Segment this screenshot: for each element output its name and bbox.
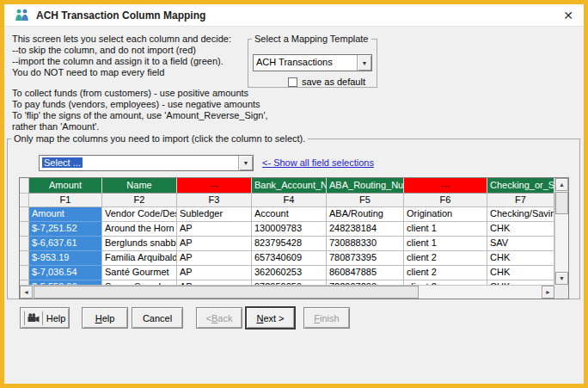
grid-cell[interactable]: Checking/Savings — [487, 207, 554, 222]
grid-cell[interactable]: $-6,637.61 — [29, 237, 102, 251]
column-grid: Amount Name --- Bank_Account_N ABA_Routi… — [19, 177, 569, 299]
column-header-f7[interactable]: Checking_or_Savi — [487, 178, 554, 194]
field-number[interactable]: F2 — [102, 194, 177, 207]
help-button[interactable]: Help — [82, 307, 128, 329]
next-button[interactable]: Next > — [246, 307, 295, 329]
row-header[interactable] — [20, 222, 29, 237]
table-row: $-7,251.52 Around the Horn AP 130009783 … — [20, 222, 554, 237]
camcorder-icon — [24, 311, 43, 325]
grid-cell[interactable]: CHK — [487, 222, 554, 237]
column-header-f6[interactable]: --- — [404, 178, 487, 194]
row-header[interactable] — [20, 207, 29, 222]
horizontal-scrollbar[interactable]: ◄ ► — [20, 285, 554, 299]
save-as-default-row: save as default — [288, 77, 365, 87]
grid-cell[interactable]: 362060253 — [252, 266, 327, 280]
row-header[interactable] — [20, 266, 29, 280]
template-dropdown-value: ACH Transactions — [254, 55, 357, 71]
mapping-template-group: Select a Mapping Template ACH Transactio… — [248, 34, 377, 88]
grid-cell[interactable]: Around the Horn — [102, 222, 177, 237]
grid-cell[interactable]: Familia Arquibaldo — [102, 251, 177, 266]
finish-button: Finish — [303, 307, 350, 329]
row-header[interactable] — [20, 237, 29, 251]
grid-cell[interactable]: $-7,251.52 — [29, 222, 102, 237]
save-as-default-checkbox[interactable] — [288, 77, 297, 87]
grid-cell[interactable]: 780873395 — [327, 251, 404, 266]
column-header-f4[interactable]: Bank_Account_N — [252, 178, 327, 194]
column-header-f5[interactable]: ABA_Routing_Nu — [327, 178, 404, 194]
grid-cell[interactable]: $-953.19 — [29, 251, 102, 266]
grid-cell[interactable]: Subledger — [177, 207, 252, 222]
field-number[interactable]: F4 — [252, 194, 327, 207]
grid-cell[interactable]: 248238184 — [327, 222, 404, 237]
instruction-line: To collect funds (from customers) - use … — [12, 88, 268, 99]
row-header[interactable] — [20, 251, 29, 266]
grid-cell[interactable]: Amount — [29, 207, 102, 222]
column-header-f2[interactable]: Name — [102, 178, 177, 194]
field-number[interactable]: F3 — [177, 194, 252, 207]
table-row: $-7,036.54 Santé Gourmet AP 362060253 86… — [20, 266, 554, 280]
field-select-dropdown[interactable]: Select ... ▼ — [39, 155, 254, 171]
grid-cell[interactable]: client 2 — [404, 266, 487, 280]
horizontal-scroll-thumb[interactable] — [34, 286, 419, 299]
grid-cell[interactable]: CHK — [487, 251, 554, 266]
label-hotkey: B — [211, 313, 217, 323]
grid-cell[interactable]: 730888330 — [327, 237, 404, 251]
instruction-line: This screen lets you select each column … — [12, 34, 231, 45]
vertical-scroll-thumb[interactable] — [555, 192, 568, 214]
grid-cell[interactable]: AP — [177, 251, 252, 266]
column-header-f1[interactable]: Amount — [29, 178, 102, 194]
vertical-scrollbar[interactable]: ▲ ▼ — [554, 178, 568, 285]
show-all-field-selections-link[interactable]: <- Show all field selections — [262, 157, 374, 168]
scroll-down-icon[interactable]: ▼ — [555, 272, 568, 285]
field-select-value: Select ... — [42, 157, 83, 168]
grid-cell[interactable]: client 1 — [404, 222, 487, 237]
scroll-up-icon[interactable]: ▲ — [555, 178, 568, 191]
grid-cell[interactable]: Santé Gourmet — [102, 266, 177, 280]
field-number[interactable]: F5 — [327, 194, 404, 207]
grid-cell[interactable]: Origination — [404, 207, 487, 222]
grid-cell[interactable]: CHK — [487, 266, 554, 280]
grid-cell[interactable]: 860847885 — [327, 266, 404, 280]
grid-cell[interactable]: SAV — [487, 237, 554, 251]
column-mapping-label: Only map the columns you need to import … — [11, 133, 308, 144]
grid-cell[interactable]: client 2 — [404, 251, 487, 266]
field-number[interactable]: F6 — [404, 194, 487, 207]
grid-cell[interactable]: ABA/Routing — [327, 207, 404, 222]
chevron-down-icon[interactable]: ▼ — [238, 156, 253, 170]
grid-cell[interactable]: 823795428 — [252, 237, 327, 251]
scroll-right-icon[interactable]: ► — [542, 286, 554, 299]
label-part: inish — [320, 313, 340, 323]
grid-cell[interactable]: $-7,036.54 — [29, 266, 102, 280]
grid-cell[interactable]: AP — [177, 266, 252, 280]
instruction-line: rather than 'Amount'. — [12, 121, 268, 132]
label-hotkey: F — [314, 313, 320, 323]
close-icon[interactable]: ✕ — [563, 9, 573, 22]
grid-cell[interactable]: 657340609 — [252, 251, 327, 266]
template-dropdown[interactable]: ACH Transactions ▼ — [253, 54, 372, 71]
row-header — [20, 194, 29, 207]
scroll-left-icon[interactable]: ◄ — [20, 286, 33, 299]
cancel-button[interactable]: Cancel — [132, 307, 183, 329]
label-hotkey: H — [95, 313, 102, 323]
video-help-button[interactable]: Help — [20, 307, 70, 329]
instruction-line: To pay funds (vendors, employees) - use … — [12, 99, 268, 110]
instruction-line: To 'flip' the signs of the amount, use '… — [12, 110, 268, 121]
grid-cell[interactable]: Berglunds snabbkö — [102, 237, 177, 251]
grid-cell[interactable]: 130009783 — [252, 222, 327, 237]
grid-cell[interactable]: Account — [252, 207, 327, 222]
column-header-f3[interactable]: --- — [177, 178, 252, 194]
chevron-down-icon[interactable]: ▼ — [357, 55, 371, 71]
scrollbar-corner — [554, 285, 568, 299]
field-number[interactable]: F7 — [487, 194, 554, 207]
table-row: $-953.19 Familia Arquibaldo AP 657340609… — [20, 251, 554, 266]
field-number-row: F1 F2 F3 F4 F5 F6 F7 — [20, 194, 554, 207]
funds-instructions: To collect funds (from customers) - use … — [12, 88, 268, 132]
label-part: ext > — [263, 313, 284, 323]
field-number[interactable]: F1 — [29, 194, 102, 207]
grid-cell[interactable]: AP — [177, 237, 252, 251]
label-part: Cancel — [143, 313, 172, 323]
grid-cell[interactable]: client 1 — [404, 237, 487, 251]
people-icon — [15, 9, 29, 22]
grid-cell[interactable]: Vendor Code/Desc — [102, 207, 177, 222]
grid-cell[interactable]: AP — [177, 222, 252, 237]
